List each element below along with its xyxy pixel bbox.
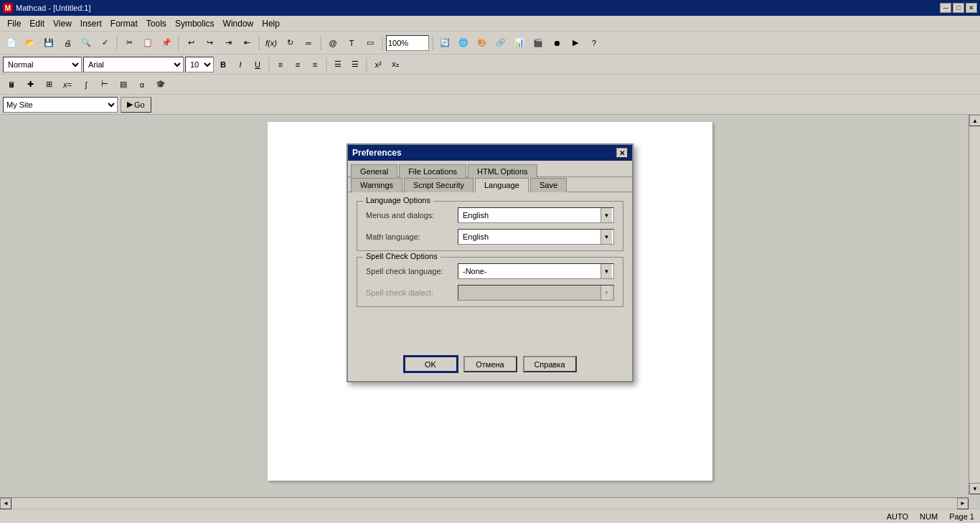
dialog-content: Language Options Menus and dialogs: Engl… [348, 192, 632, 350]
menu-edit[interactable]: Edit [25, 17, 49, 30]
tab-html-options[interactable]: HTML Options [468, 164, 537, 178]
greek-button[interactable]: α [133, 76, 151, 93]
anim-button[interactable]: ▶ [567, 34, 584, 52]
resource-button[interactable]: 🌐 [455, 34, 472, 52]
new-button[interactable]: 📄 [3, 34, 20, 52]
status-page: Page 1 [949, 512, 974, 521]
menu-view[interactable]: View [49, 17, 76, 30]
movie-button[interactable]: 🎬 [529, 34, 547, 52]
insert2-button[interactable]: ✚ [22, 76, 39, 93]
color-button[interactable]: 🎨 [473, 34, 491, 52]
spell-dialect-row: Spell check dialect: ▼ [366, 285, 614, 301]
math-language-select[interactable]: English ▼ [458, 229, 614, 245]
integral-button[interactable]: ∫ [77, 76, 95, 93]
tab-warnings[interactable]: Warnings [351, 178, 402, 192]
math-language-arrow: ▼ [600, 230, 612, 244]
calc2-button[interactable]: 🖩 [3, 76, 20, 93]
bullet-list-button[interactable]: ☰ [330, 57, 346, 72]
copy-button[interactable]: 📋 [139, 34, 156, 52]
maximize-button[interactable]: □ [953, 3, 964, 13]
chart-button[interactable]: 📊 [511, 34, 528, 52]
tab-script-security[interactable]: Script Security [404, 178, 473, 192]
number-list-button[interactable]: ☰ [347, 57, 363, 72]
help-dialog-button[interactable]: Справка [523, 356, 577, 372]
outdent-button[interactable]: ⇤ [238, 34, 255, 52]
eval-button[interactable]: ⊢ [96, 76, 113, 93]
align-left-button[interactable]: ≡ [273, 57, 288, 72]
go-button[interactable]: ▶ Go [121, 97, 151, 113]
results-button[interactable]: ═ [300, 34, 317, 52]
math-language-value: English [460, 232, 600, 241]
align-right-button[interactable]: ≡ [307, 57, 323, 72]
spell-language-select[interactable]: -None- ▼ [458, 263, 614, 279]
menu-format[interactable]: Format [106, 17, 142, 30]
save-button[interactable]: 💾 [40, 34, 57, 52]
open-button[interactable]: 📂 [22, 34, 39, 52]
ok-button[interactable]: OK [404, 356, 458, 372]
paste-button[interactable]: 📌 [158, 34, 175, 52]
dialog-title: Preferences [352, 148, 402, 158]
eq-button[interactable]: x= [59, 76, 76, 93]
zoom-level[interactable]: 100% [386, 35, 429, 51]
print-button[interactable]: 🖨 [59, 34, 76, 52]
insert-text-button[interactable]: T [343, 34, 360, 52]
link-button[interactable]: 🔗 [492, 34, 509, 52]
close-button[interactable]: ✕ [966, 3, 977, 13]
size-select[interactable]: 10 [185, 57, 214, 72]
toolbar2: 🖩 ✚ ⊞ x= ∫ ⊢ ▤ α 🎓 [0, 75, 980, 95]
spell-language-label: Spell check language: [366, 267, 452, 275]
refresh-button[interactable]: 🔄 [436, 34, 453, 52]
undo-button[interactable]: ↩ [182, 34, 199, 52]
tab-general[interactable]: General [351, 164, 397, 178]
rec-button[interactable]: ⏺ [548, 34, 565, 52]
menu-file[interactable]: File [3, 17, 25, 30]
help-button[interactable]: ? [585, 34, 603, 52]
separator-fmt-2 [326, 57, 327, 72]
prog-button[interactable]: ▤ [115, 76, 132, 93]
dialog-tabs: General File Locations HTML Options [348, 161, 632, 177]
subscript-button[interactable]: x₂ [387, 57, 403, 72]
matrix-button[interactable]: ⊞ [40, 76, 57, 93]
insert-eq-button[interactable]: @ [324, 34, 341, 52]
superscript-button[interactable]: x² [370, 57, 386, 72]
menu-symbolics[interactable]: Symbolics [171, 17, 219, 30]
spell-language-value: -None- [460, 267, 600, 275]
separator-fmt-3 [366, 57, 367, 72]
font-select[interactable]: Arial [83, 57, 184, 72]
cancel-button[interactable]: Отмена [463, 356, 517, 372]
spell-language-arrow: ▼ [600, 264, 612, 278]
dialog-close-button[interactable]: ✕ [616, 148, 628, 158]
go-icon: ▶ [127, 100, 133, 109]
spell-dialect-arrow: ▼ [600, 286, 612, 300]
underline-button[interactable]: U [250, 57, 265, 72]
menu-insert[interactable]: Insert [76, 17, 106, 30]
func-button[interactable]: f(x) [263, 34, 280, 52]
style-select[interactable]: Normal [3, 57, 82, 72]
indent-button[interactable]: ⇥ [220, 34, 237, 52]
menu-window[interactable]: Window [219, 17, 258, 30]
tab-file-locations[interactable]: File Locations [399, 164, 466, 178]
italic-button[interactable]: I [232, 57, 248, 72]
preview-button[interactable]: 🔍 [77, 34, 95, 52]
insert-plot-button[interactable]: ▭ [362, 34, 379, 52]
cut-button[interactable]: ✂ [121, 34, 138, 52]
tab-language[interactable]: Language [475, 178, 529, 192]
site-select[interactable]: My Site [3, 97, 118, 113]
menus-dialogs-select[interactable]: English ▼ [458, 207, 614, 223]
redo-button[interactable]: ↪ [201, 34, 218, 52]
menu-bar: File Edit View Insert Format Tools Symbo… [0, 16, 980, 32]
spell-check-group: Spell Check Options Spell check language… [357, 257, 623, 307]
align-center-button[interactable]: ≡ [290, 57, 306, 72]
menu-tools[interactable]: Tools [142, 17, 171, 30]
sym-button[interactable]: 🎓 [152, 76, 169, 93]
minimize-button[interactable]: ─ [940, 3, 951, 13]
bold-button[interactable]: B [215, 57, 231, 72]
modal-overlay: Preferences ✕ General File Locations HTM… [0, 115, 980, 509]
tab-save[interactable]: Save [530, 178, 567, 192]
calc-button[interactable]: ↻ [281, 34, 298, 52]
menu-help[interactable]: Help [258, 17, 284, 30]
dialog-footer: OK Отмена Справка [348, 350, 632, 381]
spell-dialect-select: ▼ [458, 285, 614, 301]
spell-button[interactable]: ✓ [96, 34, 113, 52]
spacer [357, 313, 623, 341]
